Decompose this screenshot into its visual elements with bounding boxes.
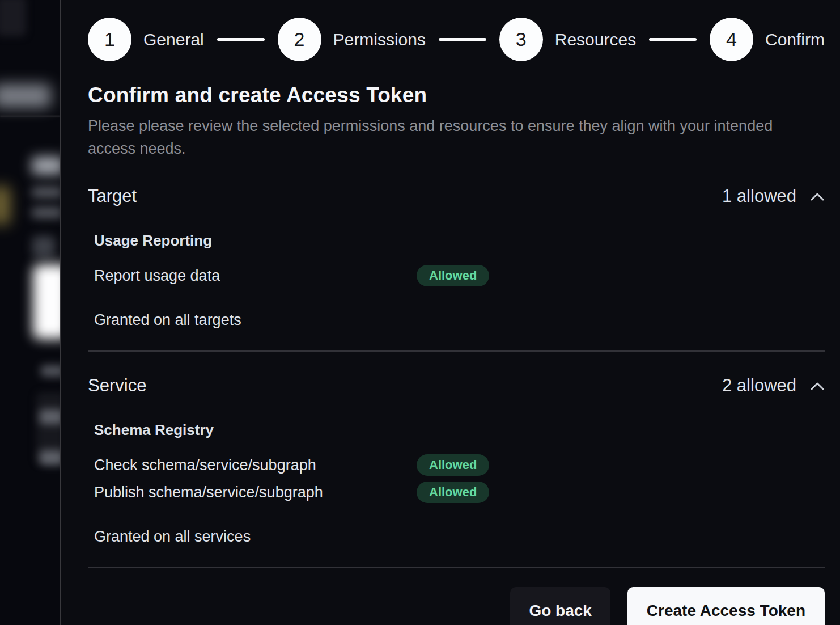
permission-group-usage-reporting: Usage Reporting Report usage data Allowe… — [94, 232, 825, 286]
backdrop-blur-shape — [41, 365, 60, 377]
backdrop-blur-shape — [0, 84, 51, 108]
section-target: Target 1 allowed Usage Reporting Report … — [88, 186, 825, 352]
blurred-backdrop — [0, 0, 60, 625]
permission-row: Report usage data Allowed — [94, 265, 825, 286]
section-title: Target — [88, 186, 137, 206]
permission-label: Publish schema/service/subgraph — [94, 484, 417, 501]
backdrop-blur-shape — [0, 116, 60, 117]
step-label: Confirm — [765, 30, 825, 49]
group-title: Usage Reporting — [94, 232, 825, 250]
section-collapse-toggle[interactable]: 2 allowed — [722, 375, 825, 396]
permission-row: Publish schema/service/subgraph Allowed — [94, 482, 825, 503]
step-number-circle: 4 — [710, 18, 753, 61]
step-general[interactable]: 1 General — [88, 18, 204, 61]
section-header-target: Target 1 allowed — [88, 186, 825, 206]
step-connector-line — [439, 38, 486, 41]
status-badge: Allowed — [417, 265, 489, 286]
permission-row: Check schema/service/subgraph Allowed — [94, 454, 825, 476]
backdrop-blur-shape — [40, 450, 60, 465]
permission-label: Check schema/service/subgraph — [94, 457, 417, 474]
section-header-service: Service 2 allowed — [88, 375, 825, 396]
backdrop-blur-shape — [0, 0, 26, 36]
allowed-count-badge: 1 allowed — [722, 186, 796, 206]
granted-note: Granted on all services — [94, 528, 825, 546]
group-title: Schema Registry — [94, 421, 825, 439]
chevron-up-icon — [810, 192, 825, 201]
granted-note: Granted on all targets — [94, 311, 825, 329]
step-connector-line — [649, 38, 697, 41]
backdrop-blur-shape — [32, 157, 60, 175]
section-title: Service — [88, 375, 146, 396]
step-label: Resources — [555, 30, 636, 49]
backdrop-blur-shape — [32, 187, 60, 197]
go-back-button[interactable]: Go back — [510, 587, 610, 625]
footer-divider — [88, 567, 825, 568]
create-access-token-wizard: 1 General 2 Permissions 3 Resources 4 Co… — [60, 0, 840, 625]
allowed-count-badge: 2 allowed — [722, 375, 796, 396]
step-number-circle: 1 — [88, 18, 131, 61]
create-access-token-button[interactable]: Create Access Token — [627, 587, 825, 625]
wizard-stepper: 1 General 2 Permissions 3 Resources 4 Co… — [88, 18, 825, 61]
backdrop-blur-shape — [0, 186, 10, 225]
section-service: Service 2 allowed Schema Registry Check … — [88, 375, 825, 568]
step-permissions[interactable]: 2 Permissions — [278, 18, 426, 61]
step-label: General — [143, 30, 204, 49]
backdrop-blur-shape — [33, 264, 60, 339]
step-label: Permissions — [333, 30, 426, 49]
status-badge: Allowed — [417, 482, 489, 503]
status-badge: Allowed — [417, 454, 489, 476]
step-connector-line — [217, 38, 265, 41]
step-number-circle: 2 — [278, 18, 321, 61]
permission-label: Report usage data — [94, 267, 417, 285]
backdrop-blur-shape — [32, 236, 55, 257]
page-description: Please please review the selected permis… — [88, 115, 788, 160]
section-divider — [88, 350, 825, 352]
step-number-circle: 3 — [499, 18, 543, 61]
backdrop-blur-shape — [40, 409, 60, 424]
step-confirm[interactable]: 4 Confirm — [710, 18, 825, 61]
section-collapse-toggle[interactable]: 1 allowed — [722, 186, 825, 206]
permission-group-schema-registry: Schema Registry Check schema/service/sub… — [94, 421, 825, 503]
wizard-actions: Go back Create Access Token — [88, 587, 825, 625]
backdrop-blur-shape — [32, 208, 60, 218]
step-resources[interactable]: 3 Resources — [499, 18, 636, 61]
chevron-up-icon — [810, 381, 825, 391]
page-title: Confirm and create Access Token — [88, 83, 825, 107]
